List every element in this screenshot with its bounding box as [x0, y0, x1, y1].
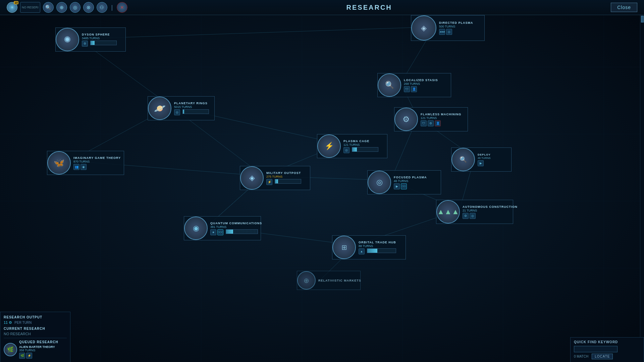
- title-bar: ☀ 10 NO RESERI 🔍 ⊕ ◎ ⊗ ⚇ | ✕ Research Cl…: [0, 0, 644, 15]
- ac-turns: 21 TURNS: [463, 209, 510, 212]
- fm-icon: ⚙: [394, 108, 418, 131]
- qc-sub1: ★: [210, 229, 216, 235]
- ac-sub2: ◎: [470, 213, 476, 219]
- right-scrollbar[interactable]: [640, 15, 644, 362]
- queued-sub2: ⚡: [26, 353, 32, 359]
- deploy-turns: 46 TURNS: [478, 157, 513, 160]
- rm-icon: ⊕: [297, 271, 316, 290]
- qc-icon: ◉: [184, 217, 208, 240]
- ls-turns: 268 TURNS: [404, 82, 439, 85]
- dyson-sphere-title: DYSON SPHERE: [82, 33, 117, 36]
- ls-sub1: 🛡: [404, 86, 410, 92]
- mo-title: MILITARY OUTPOST: [266, 171, 301, 175]
- svg-rect-0: [0, 0, 644, 362]
- pc-sub1: ◎: [343, 147, 350, 153]
- fm-sub1: 🛡: [421, 120, 427, 126]
- qc-turns: 381 TURNS: [210, 225, 258, 229]
- nav-cross-icon[interactable]: ✕: [117, 2, 127, 13]
- dp-icon: ◈: [411, 15, 436, 41]
- queued-sub1: 🌿: [19, 353, 25, 359]
- queued-research-section: 🌿 QUEUED RESEARCH ALIEN BARTER THEORY 35…: [4, 338, 67, 359]
- scrollbar-thumb: [641, 16, 644, 22]
- deploy-icon: 🔍: [451, 148, 475, 171]
- node-localized-stasis[interactable]: 🔍 LOCALIZED STASIS 268 TURNS 🛡 👤: [377, 73, 451, 97]
- queued-item-turns: 358 TURNS: [19, 349, 58, 352]
- research-per-turn: 11 ⚙ PER TURN: [4, 320, 67, 325]
- fm-sub2: ⚙: [428, 120, 434, 126]
- dyson-sphere-turns: 3485 TURNS: [82, 37, 117, 40]
- oth-turns: 88 TURNS: [359, 244, 396, 248]
- node-directed-plasma[interactable]: ◈ DIRECTED PLASMA 500 TURNS ▰▰▰ ◎: [411, 15, 485, 41]
- node-autonomous-construction[interactable]: ▲▲▲ AUTONOMOUS CONSTRUCTION 21 TURNS ⚙ ◎: [436, 200, 513, 224]
- fm-title: FLAWLESS MACHINING: [421, 113, 462, 116]
- planetary-rings-turns: 5015 TURNS: [174, 105, 209, 109]
- igt-title: IMAGINARY GAME THEORY: [73, 156, 121, 160]
- fp-title: FOCUSED PLASMA: [394, 176, 429, 179]
- quick-find-title: QUICK FIND KEYWORD: [574, 340, 640, 344]
- bottom-panel: RESEARCH OUTPUT 11 ⚙ PER TURN CURRENT RE…: [0, 312, 70, 362]
- nav-no-research-badge: NO RESERI: [20, 2, 40, 13]
- nav-globe-icon[interactable]: ⊗: [83, 2, 94, 13]
- nav-search-icon[interactable]: 🔍: [43, 2, 54, 13]
- node-quantum-communications[interactable]: ◉ QUANTUM COMMUNICATIONS 381 TURNS ★ ⬡⬡⬡: [184, 216, 261, 240]
- fp-icon: ◎: [368, 171, 391, 194]
- current-research-label: CURRENT RESEARCH: [4, 327, 67, 330]
- fp-sub2: ⬡⬡: [401, 183, 407, 189]
- dp-turns: 500 TURNS: [439, 25, 474, 28]
- rm-title: RELATIVISTIC MARKETS: [318, 279, 358, 282]
- dp-title: DIRECTED PLASMA: [439, 21, 474, 24]
- pc-turns: 121 TURNS: [343, 143, 378, 146]
- node-relativistic-markets[interactable]: ⊕ RELATIVISTIC MARKETS: [297, 271, 361, 290]
- oth-icon: ⊞: [332, 236, 356, 259]
- node-plasma-cage[interactable]: ⚡ PLASMA CAGE 121 TURNS ◎: [317, 134, 387, 158]
- nav-person-icon[interactable]: ⚇: [97, 2, 107, 13]
- node-focused-plasma[interactable]: ◎ FOCUSED PLASMA 46 TURNS ▶ ⬡⬡: [367, 170, 441, 194]
- igt-turns: 870 TURNS: [73, 160, 121, 163]
- igt-icon: 🦋: [47, 151, 71, 175]
- queued-item-icon: 🌿: [4, 343, 17, 356]
- planetary-rings-title: PLANETARY RINGS: [174, 102, 209, 105]
- node-deploy[interactable]: 🔍 DEPLOY 46 TURNS ▶: [451, 147, 512, 172]
- ac-sub1: ⚙: [463, 213, 469, 219]
- node-imaginary-game-theory[interactable]: 🦋 IMAGINARY GAME THEORY 870 TURNS 👥 ◉: [47, 151, 124, 175]
- research-output-label: RESEARCH OUTPUT: [4, 315, 67, 319]
- fm-turns: 121 TURNS: [421, 116, 462, 120]
- node-planetary-rings[interactable]: 🪐 PLANETARY RINGS 5015 TURNS ◎: [148, 96, 215, 120]
- nav-shield-icon[interactable]: ⊕: [56, 2, 67, 13]
- qc-title: QUANTUM COMMUNICATIONS: [210, 222, 258, 225]
- ls-title: LOCALIZED STASIS: [404, 78, 439, 82]
- deploy-sub1: ▶: [478, 160, 484, 166]
- igt-sub2: ◉: [80, 164, 87, 170]
- close-button[interactable]: Close: [611, 3, 637, 12]
- queued-item-title: ALIEN BARTER THEORY: [19, 345, 58, 349]
- fp-sub1: ▶: [394, 183, 400, 189]
- nav-icons: ☀ 10 NO RESERI 🔍 ⊕ ◎ ⊗ ⚇ | ✕: [7, 2, 127, 13]
- node-dyson-sphere[interactable]: ✺ DYSON SPHERE 3485 TURNS ⚙: [55, 27, 126, 52]
- oth-title: ORBITAL TRADE HUB: [359, 241, 396, 244]
- node-orbital-trade-hub[interactable]: ⊞ ORBITAL TRADE HUB 88 TURNS ▲: [332, 235, 406, 259]
- node-flawless-machining[interactable]: ⚙ FLAWLESS MACHINING 121 TURNS 🛡 ⚙ 👤: [394, 107, 468, 131]
- fp-turns: 46 TURNS: [394, 179, 429, 183]
- pc-icon: ⚡: [317, 134, 341, 158]
- locate-button[interactable]: LOCATE: [592, 354, 613, 359]
- oth-sub1: ▲: [359, 248, 365, 254]
- node-military-outpost[interactable]: ◈ MILITARY OUTPOST 275 TURNS ⚡: [240, 166, 310, 190]
- mo-icon: ◈: [240, 166, 264, 190]
- resource-count: 10: [14, 1, 18, 4]
- quick-find-input[interactable]: [574, 346, 618, 352]
- igt-sub1: 👥: [73, 164, 79, 170]
- nav-target-icon[interactable]: ◎: [70, 2, 80, 13]
- ac-icon: ▲▲▲: [436, 200, 460, 224]
- qc-sub2: ⬡⬡⬡: [217, 229, 223, 235]
- page-title: Research: [346, 4, 392, 11]
- ac-title: AUTONOMOUS CONSTRUCTION: [463, 205, 510, 208]
- current-research-value: NO RESEARCH: [4, 332, 67, 336]
- ls-sub2: 👤: [411, 86, 417, 92]
- planetary-rings-icon: 🪐: [148, 97, 171, 120]
- ls-icon: 🔍: [378, 73, 401, 97]
- mo-turns: 275 TURNS: [266, 175, 301, 178]
- pc-title: PLASMA CAGE: [343, 139, 378, 143]
- quick-find-panel: QUICK FIND KEYWORD 0 MATCH LOCATE: [570, 337, 644, 362]
- dyson-sphere-icon: ✺: [56, 28, 79, 51]
- fm-sub3: 👤: [435, 120, 441, 126]
